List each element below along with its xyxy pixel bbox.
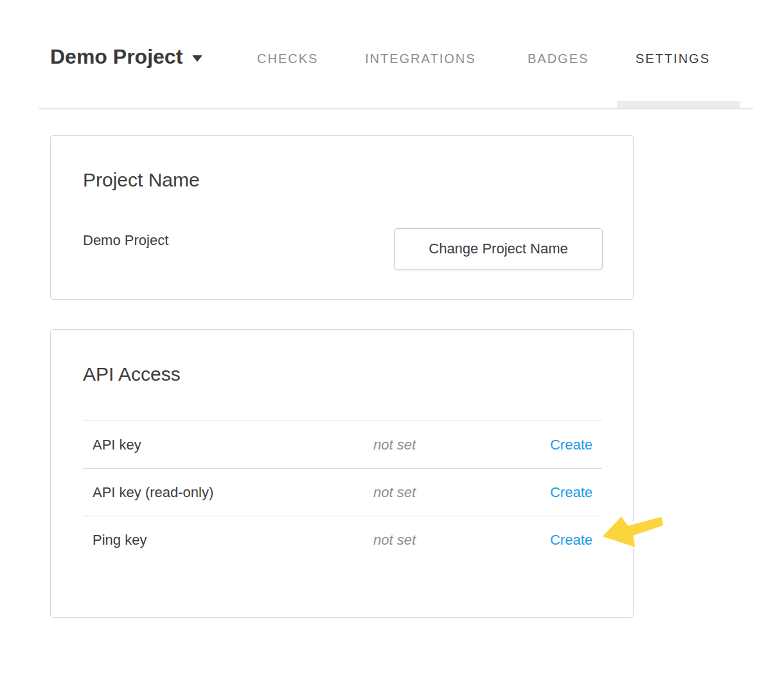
api-key-label: API key — [93, 421, 141, 469]
table-row-ping-key: Ping key not set Create — [83, 516, 602, 563]
tab-badges[interactable]: BADGES — [528, 50, 589, 67]
ping-key-value: not set — [373, 516, 416, 564]
nav-divider — [39, 108, 753, 109]
tab-integrations[interactable]: INTEGRATIONS — [365, 50, 476, 67]
ping-key-create-link[interactable]: Create — [550, 516, 592, 564]
api-access-table: API key not set Create API key (read-onl… — [83, 421, 602, 563]
api-key-read-only-label: API key (read-only) — [93, 469, 213, 516]
tab-checks[interactable]: CHECKS — [257, 50, 318, 67]
project-switcher[interactable]: Demo Project — [50, 45, 202, 68]
api-key-read-only-value: not set — [373, 469, 416, 516]
project-name-card: Project Name Demo Project Change Project… — [50, 135, 634, 300]
project-switcher-label: Demo Project — [50, 45, 183, 68]
ping-key-label: Ping key — [93, 516, 147, 564]
api-key-value: not set — [373, 421, 416, 469]
api-key-create-link[interactable]: Create — [550, 421, 592, 469]
api-access-card-title: API Access — [83, 362, 181, 386]
caret-down-icon — [192, 55, 202, 62]
project-name-card-title: Project Name — [83, 168, 200, 192]
api-key-read-only-create-link[interactable]: Create — [550, 469, 592, 516]
api-access-card: API Access API key not set Create API ke… — [50, 329, 634, 618]
change-project-name-button[interactable]: Change Project Name — [394, 228, 603, 269]
table-row-api-key-read-only: API key (read-only) not set Create — [83, 468, 602, 516]
table-row-api-key: API key not set Create — [83, 421, 602, 468]
tab-settings[interactable]: SETTINGS — [636, 50, 710, 67]
project-name-value: Demo Project — [83, 232, 168, 250]
